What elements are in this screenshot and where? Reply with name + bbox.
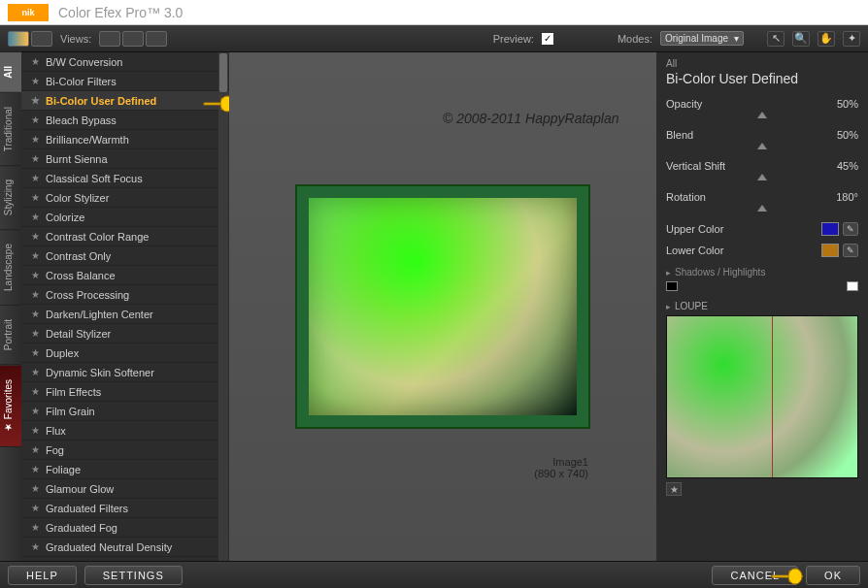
star-icon: ★ — [31, 95, 40, 106]
filter-label: Contrast Only — [46, 250, 111, 262]
tab-traditional[interactable]: Traditional — [0, 93, 21, 166]
filter-label: Graduated Neutral Density — [46, 541, 172, 553]
zoom-tool-icon[interactable]: 🔍 — [792, 31, 810, 47]
upper-color-picker-icon[interactable]: ✎ — [843, 222, 858, 236]
slider-handle-icon[interactable] — [757, 112, 767, 118]
slider-label: Vertical Shift — [666, 160, 725, 172]
filter-item[interactable]: ★Colorize — [21, 208, 229, 227]
controls-panel: All Bi-Color User Defined Opacity50%Blen… — [656, 52, 868, 561]
filter-item[interactable]: ★Bleach Bypass — [21, 111, 229, 130]
modes-dropdown[interactable]: Original Image▾ — [660, 31, 744, 46]
preview-checkbox[interactable]: ✓ — [542, 33, 553, 45]
pointer-tool-icon[interactable]: ↖ — [767, 31, 785, 47]
tab-all[interactable]: All — [0, 52, 21, 93]
star-icon: ★ — [3, 421, 14, 432]
filter-item[interactable]: ★Bi-Color User Defined — [21, 91, 229, 111]
cancel-button[interactable]: CANCEL — [712, 566, 798, 585]
image-name: Image1 — [534, 456, 588, 468]
shadows-highlights-header[interactable]: Shadows / Highlights — [666, 267, 858, 278]
filter-item[interactable]: ★Bi-Color Filters — [21, 72, 229, 91]
filter-item[interactable]: ★Glamour Glow — [21, 479, 229, 499]
preview-image[interactable] — [297, 186, 588, 427]
filter-item[interactable]: ★Film Effects — [21, 382, 229, 402]
lower-color-swatch[interactable] — [821, 244, 839, 257]
light-tool-icon[interactable]: ✦ — [843, 31, 860, 47]
star-icon: ★ — [31, 212, 40, 222]
preview-label: Preview: — [493, 33, 534, 45]
preview-area: © 2008-2011 HappyRataplan Image1 (890 x … — [229, 52, 656, 561]
filter-item[interactable]: ★Brilliance/Warmth — [21, 130, 229, 149]
filter-item[interactable]: ★Graduated Fog — [21, 518, 229, 538]
favorite-toggle-button[interactable]: ★ — [666, 482, 682, 496]
filter-item[interactable]: ★Fog — [21, 441, 229, 460]
filter-item[interactable]: ★Detail Stylizer — [21, 324, 229, 343]
highlights-swatch[interactable] — [847, 281, 858, 291]
view-single-icon[interactable] — [99, 31, 120, 47]
slider-value: 180° — [836, 191, 858, 203]
filter-item[interactable]: ★Film Grain — [21, 402, 229, 421]
filter-item[interactable]: ★Contrast Only — [21, 246, 229, 266]
filter-label: Film Grain — [46, 406, 95, 417]
shadows-swatch[interactable] — [666, 281, 678, 291]
tab-favorites[interactable]: ★ Favorites — [0, 366, 21, 447]
list-mode-icon[interactable] — [31, 31, 52, 47]
star-icon: ★ — [31, 270, 40, 280]
slider-label: Blend — [666, 129, 693, 141]
slider-track[interactable] — [666, 174, 858, 183]
filter-label: Classical Soft Focus — [46, 173, 143, 184]
ok-button[interactable]: OK — [806, 566, 860, 585]
filter-label: B/W Conversion — [46, 56, 122, 68]
slider-label: Opacity — [666, 98, 702, 110]
filter-item[interactable]: ★Graduated Neutral Density — [21, 538, 229, 557]
loupe-view[interactable] — [666, 315, 858, 478]
star-icon: ★ — [31, 250, 40, 261]
tab-stylizing[interactable]: Stylizing — [0, 166, 21, 230]
star-icon: ★ — [31, 76, 40, 86]
slider-handle-icon[interactable] — [757, 205, 767, 212]
slider-track[interactable] — [666, 112, 858, 121]
lower-color-picker-icon[interactable]: ✎ — [843, 244, 858, 257]
filter-item[interactable]: ★Burnt Sienna — [21, 149, 229, 169]
filter-label: Colorize — [46, 212, 84, 223]
loupe-header[interactable]: LOUPE — [666, 301, 858, 311]
slider-handle-icon[interactable] — [757, 174, 767, 180]
upper-color-swatch[interactable] — [821, 222, 839, 236]
filter-item[interactable]: ★Color Stylizer — [21, 188, 229, 208]
star-icon: ★ — [31, 347, 40, 358]
tab-portrait[interactable]: Portrait — [0, 306, 21, 365]
filter-item[interactable]: ★Classical Soft Focus — [21, 169, 229, 188]
filter-item[interactable]: ★B/W Conversion — [21, 52, 229, 72]
star-icon: ★ — [31, 153, 40, 164]
slider-value: 45% — [837, 160, 858, 172]
slider-value: 50% — [837, 98, 858, 110]
filter-label: Bleach Bypass — [46, 114, 117, 126]
thumbnail-mode-icon[interactable] — [8, 31, 29, 47]
filter-item[interactable]: ★Duplex — [21, 343, 229, 363]
settings-button[interactable]: SETTINGS — [84, 566, 183, 585]
filter-item[interactable]: ★Flux — [21, 421, 229, 441]
view-split-icon[interactable] — [122, 31, 144, 47]
image-dimensions: (890 x 740) — [534, 468, 588, 479]
lower-color-label: Lower Color — [666, 245, 723, 256]
slider-track[interactable] — [666, 205, 858, 214]
slider-handle-icon[interactable] — [757, 143, 767, 149]
filter-label: Graduated Fog — [46, 522, 117, 534]
filter-label: Color Stylizer — [46, 192, 109, 204]
filter-item[interactable]: ★Dynamic Skin Softener — [21, 363, 229, 382]
filter-item[interactable]: ★Cross Balance — [21, 266, 229, 285]
filter-label: Fog — [46, 444, 64, 456]
top-toolbar: Views: Preview: ✓ Modes: Original Image▾… — [0, 25, 868, 52]
filter-label: Contrast Color Range — [46, 231, 149, 243]
pan-tool-icon[interactable]: ✋ — [818, 31, 835, 47]
filter-item[interactable]: ★Graduated Filters — [21, 499, 229, 518]
scroll-thumb[interactable] — [219, 53, 227, 92]
filter-item[interactable]: ★Contrast Color Range — [21, 227, 229, 246]
tab-landscape[interactable]: Landscape — [0, 230, 21, 306]
filter-scrollbar[interactable] — [218, 52, 228, 561]
view-side-icon[interactable] — [146, 31, 167, 47]
filter-item[interactable]: ★Cross Processing — [21, 285, 229, 305]
filter-item[interactable]: ★Darken/Lighten Center — [21, 305, 229, 324]
slider-track[interactable] — [666, 143, 858, 152]
filter-item[interactable]: ★Foliage — [21, 460, 229, 479]
help-button[interactable]: HELP — [8, 566, 77, 585]
